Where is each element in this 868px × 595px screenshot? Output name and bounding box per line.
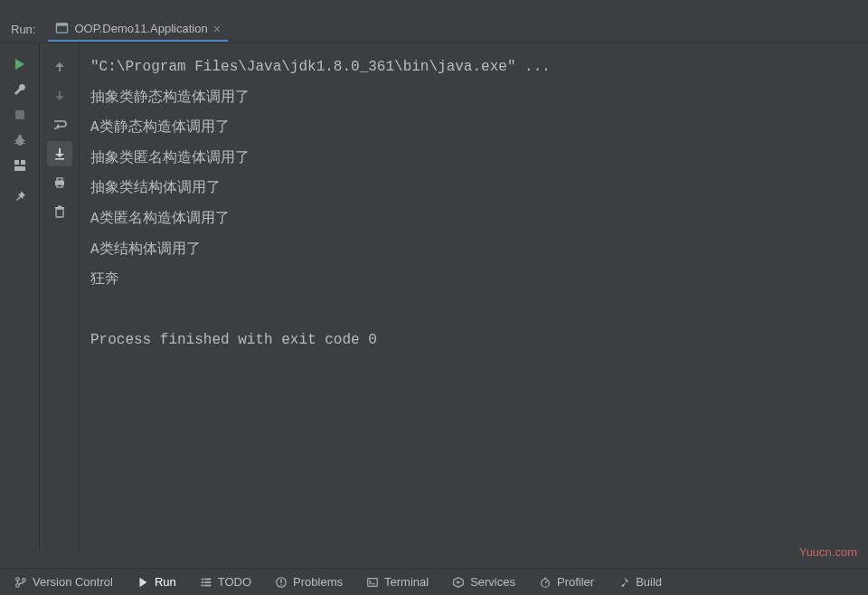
- svg-rect-36: [280, 584, 281, 585]
- svg-rect-32: [202, 584, 204, 586]
- pin-button[interactable]: [8, 184, 32, 208]
- down-arrow-button[interactable]: [47, 83, 72, 109]
- profiler-icon: [539, 576, 552, 589]
- problems-label: Problems: [293, 575, 343, 589]
- svg-rect-43: [544, 577, 546, 579]
- svg-line-42: [545, 581, 548, 583]
- services-label: Services: [470, 575, 515, 589]
- svg-point-26: [23, 578, 26, 581]
- svg-line-7: [23, 143, 25, 144]
- up-arrow-button[interactable]: [47, 54, 72, 80]
- wrench-button[interactable]: [8, 78, 32, 101]
- svg-rect-21: [56, 209, 63, 217]
- version-control-tab[interactable]: Version Control: [5, 571, 122, 592]
- stop-button[interactable]: [8, 103, 32, 127]
- svg-rect-28: [202, 578, 204, 580]
- run-config-icon: [55, 22, 69, 35]
- rerun-button[interactable]: [8, 52, 32, 76]
- services-tab[interactable]: Services: [443, 571, 524, 592]
- console-line: 抽象类静态构造体调用了: [90, 90, 250, 106]
- svg-rect-35: [280, 579, 281, 582]
- svg-marker-2: [15, 59, 24, 70]
- svg-rect-37: [368, 578, 378, 586]
- branch-icon: [14, 576, 27, 589]
- problems-icon: [275, 576, 288, 589]
- svg-line-6: [14, 143, 17, 144]
- problems-tab[interactable]: Problems: [266, 571, 352, 592]
- svg-rect-17: [55, 158, 64, 160]
- run-tab[interactable]: OOP.Demo11.Application ×: [48, 18, 227, 42]
- todo-label: TODO: [218, 575, 251, 589]
- run-footer-label: Run: [155, 575, 176, 589]
- run-tool-header: Run: OOP.Demo11.Application ×: [0, 16, 868, 43]
- svg-rect-33: [204, 584, 211, 586]
- close-tab-icon[interactable]: ×: [213, 22, 221, 36]
- svg-rect-23: [58, 206, 61, 208]
- run-tab-title: OOP.Demo11.Application: [74, 22, 207, 35]
- bottom-tool-bar: Version Control Run TODO Problems Termin…: [0, 568, 868, 595]
- terminal-tab[interactable]: Terminal: [357, 571, 438, 592]
- console-command: "C:\Program Files\Java\jdk1.8.0_361\bin\…: [90, 59, 551, 75]
- todo-tab[interactable]: TODO: [191, 571, 260, 592]
- svg-rect-20: [57, 184, 62, 187]
- console-line: A类静态构造体调用了: [90, 119, 230, 136]
- hammer-icon: [618, 576, 630, 589]
- debug-bug-button[interactable]: [8, 128, 32, 152]
- layout-button[interactable]: [8, 154, 32, 177]
- svg-rect-30: [202, 581, 204, 583]
- services-icon: [452, 576, 465, 589]
- svg-point-8: [18, 135, 22, 138]
- run-action-gutter: [0, 43, 40, 550]
- svg-rect-1: [57, 24, 68, 26]
- svg-rect-13: [59, 91, 61, 97]
- terminal-label: Terminal: [384, 575, 429, 589]
- svg-rect-9: [14, 160, 19, 165]
- soft-wrap-button[interactable]: [47, 112, 72, 137]
- run-label: Run:: [5, 23, 41, 36]
- svg-marker-40: [457, 581, 460, 584]
- svg-rect-22: [55, 207, 64, 209]
- console-line: A类匿名构造体调用了: [90, 211, 230, 227]
- watermark: Yuucn.com: [799, 545, 857, 559]
- svg-rect-10: [21, 160, 25, 165]
- svg-rect-29: [204, 578, 211, 580]
- run-tab-footer[interactable]: Run: [127, 571, 185, 592]
- scroll-to-end-button[interactable]: [47, 141, 72, 166]
- profiler-label: Profiler: [557, 575, 594, 589]
- clear-all-button[interactable]: [47, 199, 72, 224]
- console-line: 抽象类匿名构造体调用了: [90, 150, 250, 166]
- todo-icon: [200, 576, 212, 589]
- console-output[interactable]: "C:\Program Files\Java\jdk1.8.0_361\bin\…: [80, 43, 868, 550]
- svg-marker-27: [139, 577, 146, 587]
- console-line: 抽象类结构体调用了: [90, 180, 221, 196]
- play-icon: [137, 576, 149, 589]
- profiler-tab[interactable]: Profiler: [530, 571, 603, 592]
- svg-rect-31: [204, 581, 211, 583]
- console-action-gutter: [40, 43, 80, 550]
- svg-point-24: [16, 577, 20, 581]
- version-control-label: Version Control: [33, 575, 113, 589]
- console-line: A类结构体调用了: [90, 241, 201, 258]
- build-tab[interactable]: Build: [609, 571, 671, 592]
- build-label: Build: [636, 575, 662, 589]
- console-exit-line: Process finished with exit code 0: [90, 332, 377, 348]
- svg-rect-12: [59, 66, 61, 71]
- svg-rect-11: [14, 166, 25, 171]
- terminal-icon: [366, 576, 379, 589]
- console-line: 狂奔: [90, 271, 119, 288]
- svg-rect-16: [59, 148, 61, 154]
- print-button[interactable]: [47, 170, 72, 195]
- svg-rect-19: [57, 178, 62, 181]
